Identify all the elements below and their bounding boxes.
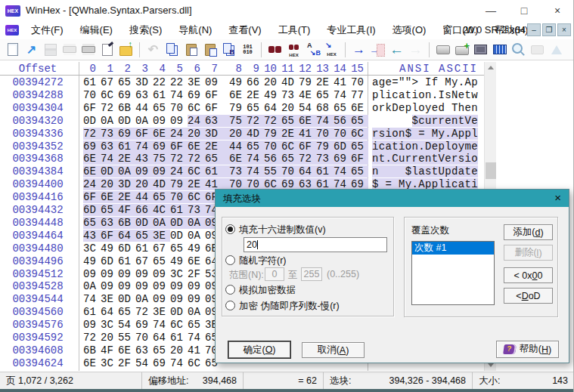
hex-byte[interactable]: 65 xyxy=(153,191,170,203)
find-text-icon[interactable] xyxy=(265,41,284,58)
hex-byte[interactable]: 70 xyxy=(351,76,368,88)
hex-byte[interactable]: 79 xyxy=(299,76,316,88)
hex-byte[interactable]: 2E xyxy=(118,191,135,203)
hex-byte[interactable]: 74 xyxy=(247,165,264,177)
hex-byte[interactable]: 69 xyxy=(153,140,170,153)
hex-byte[interactable]: 6E xyxy=(351,102,368,114)
hex-byte[interactable]: 65 xyxy=(188,319,205,331)
hex-byte[interactable]: 4D xyxy=(153,178,170,190)
hex-byte[interactable]: 61 xyxy=(135,242,153,255)
range-min-input[interactable]: 0 xyxy=(265,267,284,281)
hex-byte[interactable]: 64 xyxy=(264,102,281,114)
hex-byte[interactable]: 6C xyxy=(188,191,205,203)
hex-byte[interactable]: 0A xyxy=(118,165,135,177)
menu-item-1[interactable]: 编辑(E) xyxy=(72,21,121,39)
hex-byte[interactable]: 4C xyxy=(153,204,170,216)
hex-byte[interactable]: 6C xyxy=(188,165,205,177)
hex-byte[interactable]: 73 xyxy=(281,89,299,101)
new-file-icon[interactable] xyxy=(3,41,22,58)
hex-byte[interactable]: 24 xyxy=(83,178,101,190)
hex-byte[interactable]: 3C xyxy=(170,268,188,280)
status-page[interactable]: 页 1,072 / 3,262 xyxy=(0,372,142,390)
hex-byte[interactable]: 74 xyxy=(188,332,205,344)
hex-byte[interactable]: 09 xyxy=(101,268,118,280)
hex-byte[interactable]: 56 xyxy=(264,153,281,165)
hex-byte[interactable]: 2E xyxy=(205,140,222,153)
ascii-cell[interactable]: rsion$ = My.Appl xyxy=(372,128,482,140)
hex-byte[interactable]: 49 xyxy=(101,242,118,255)
hex-byte[interactable]: 6D xyxy=(334,140,351,153)
hex-byte[interactable]: 73 xyxy=(188,204,205,216)
hex-byte[interactable]: 4E xyxy=(299,89,316,101)
hex-byte[interactable]: 56 xyxy=(334,115,351,127)
hex-byte[interactable]: 6B xyxy=(83,344,101,357)
hex-byte[interactable]: 64 xyxy=(101,306,118,318)
hex-byte[interactable]: 70 xyxy=(170,191,188,203)
hex-byte[interactable]: 70 xyxy=(281,165,299,177)
hex-byte[interactable]: 2E xyxy=(118,153,135,165)
hex-byte[interactable]: 6B xyxy=(118,217,135,229)
hex-byte[interactable]: 3E xyxy=(101,293,118,305)
hex-byte[interactable]: 68 xyxy=(316,102,334,114)
hex-byte[interactable]: 73 xyxy=(101,128,118,140)
hex-byte[interactable]: 65 xyxy=(170,242,188,255)
zoom-icon[interactable] xyxy=(509,41,528,58)
hex-byte[interactable]: 6C xyxy=(170,319,188,331)
hex-byte[interactable]: 20 xyxy=(101,332,118,344)
menu-item-6[interactable]: 专业工具(I) xyxy=(318,21,383,39)
status-offset[interactable]: 偏移地址: 394,468 xyxy=(142,372,244,390)
dialog-title-bar[interactable]: 填充选块 × xyxy=(216,190,569,207)
properties-icon[interactable] xyxy=(98,41,116,58)
hex-byte[interactable]: 49 xyxy=(188,242,205,255)
hex-byte[interactable]: 75 xyxy=(153,153,170,165)
replace-text-icon[interactable] xyxy=(303,41,322,58)
hex-byte[interactable]: 22 xyxy=(170,76,188,88)
ascii-cell[interactable]: plication.IsNetw xyxy=(372,89,482,101)
minimize-button[interactable]: — xyxy=(474,0,507,21)
hex-byte[interactable]: 6C xyxy=(188,102,205,114)
hex-byte[interactable]: 64 xyxy=(153,332,170,344)
hex-byte[interactable]: 2F xyxy=(118,357,135,369)
clipped-edge-icon[interactable] xyxy=(547,41,566,58)
encrypt-prng-radio[interactable] xyxy=(225,301,235,310)
hex-byte[interactable]: 61 xyxy=(118,255,135,267)
hex-byte[interactable]: 69 xyxy=(135,319,153,331)
status-block[interactable]: 选块: 394,326 - 394,468 xyxy=(324,372,473,390)
hex-byte[interactable]: 61 xyxy=(118,140,135,153)
goto-offset-icon[interactable] xyxy=(349,41,368,58)
hex-byte[interactable]: 09 xyxy=(153,268,170,280)
mdi-restore-button[interactable]: ❐ xyxy=(542,23,556,36)
hex-byte[interactable]: 6E xyxy=(188,255,205,267)
hex-byte[interactable]: 0D xyxy=(170,217,188,229)
hex-byte[interactable]: 65 xyxy=(316,89,334,101)
hex-byte[interactable]: 20 xyxy=(188,128,205,140)
hex-byte[interactable]: 74 xyxy=(153,319,170,331)
hex-byte[interactable]: 65 xyxy=(83,217,101,229)
ascii-cell[interactable]: age=""> If My.Ap xyxy=(372,76,482,88)
hex-byte[interactable]: 09 xyxy=(118,280,135,292)
hex-byte[interactable]: 41 xyxy=(188,344,205,357)
hex-byte[interactable]: 20 xyxy=(170,344,188,357)
hex-byte[interactable]: 65 xyxy=(351,115,368,127)
hex-byte[interactable]: 6E xyxy=(83,165,101,177)
find-hex-icon[interactable] xyxy=(284,41,303,58)
hex-byte[interactable]: 54 xyxy=(299,102,316,114)
hex-byte[interactable]: 44 xyxy=(229,140,247,153)
copy-icon[interactable] xyxy=(163,41,182,58)
hex-byte[interactable]: 74 xyxy=(101,153,118,165)
hex-byte[interactable]: 09 xyxy=(170,115,188,127)
hex-byte[interactable]: 72 xyxy=(170,153,188,165)
hex-byte[interactable]: 74 xyxy=(334,89,351,101)
hex-byte[interactable]: 79 xyxy=(316,140,334,153)
copy-block-icon[interactable] xyxy=(219,41,238,58)
hex-byte[interactable]: 67 xyxy=(153,242,170,255)
replace-hex-icon[interactable] xyxy=(322,41,341,58)
hex-byte[interactable]: 79 xyxy=(170,178,188,190)
hex-byte[interactable]: 43 xyxy=(135,153,153,165)
hex-byte[interactable]: 0A xyxy=(83,280,101,292)
hex-byte[interactable]: 4D xyxy=(281,76,299,88)
hex-byte[interactable]: 6F xyxy=(101,230,118,242)
hex-byte[interactable]: 6F xyxy=(83,191,101,203)
hex-byte[interactable]: 09 xyxy=(153,293,170,305)
ok-button[interactable]: 确定(O) xyxy=(228,341,291,359)
